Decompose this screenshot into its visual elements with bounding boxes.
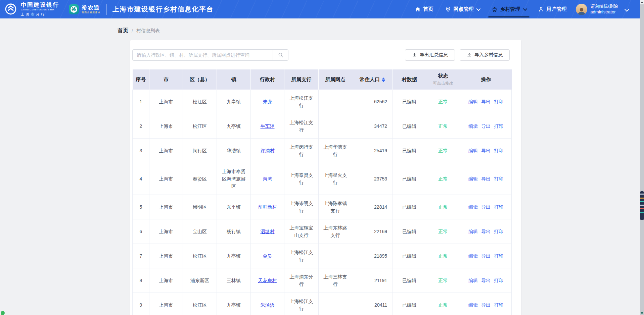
app-name: 裕农通	[82, 5, 100, 11]
village-link[interactable]: 海湾	[263, 176, 272, 181]
action-print-link[interactable]: 打印	[494, 253, 503, 259]
cell-branch: 上海松江支行	[284, 293, 319, 315]
export-summary-button[interactable]: 导出汇总信息	[405, 49, 455, 61]
cell-village: 许浦村	[251, 139, 284, 163]
status-badge[interactable]: 正常	[426, 90, 460, 114]
cell-city: 上海市	[149, 195, 183, 219]
action-export-link[interactable]: 导出	[481, 99, 491, 104]
cell-index: 9	[133, 293, 149, 315]
status-badge[interactable]: 正常	[426, 244, 460, 268]
status-badge[interactable]: 正常	[426, 268, 460, 293]
status-badge[interactable]: 正常	[426, 139, 460, 163]
action-edit-link[interactable]: 编辑	[468, 123, 478, 129]
brand-divider	[64, 4, 64, 14]
action-print-link[interactable]: 打印	[494, 148, 503, 153]
village-link[interactable]: 泗塘村	[261, 229, 275, 234]
action-print-link[interactable]: 打印	[494, 302, 503, 308]
col-outlet: 所属网点	[319, 69, 352, 90]
user-name: administrator	[590, 9, 618, 15]
cell-branch: 上海奉贤支行	[284, 163, 319, 195]
action-export-link[interactable]: 导出	[481, 123, 491, 129]
search-button[interactable]	[273, 50, 288, 60]
app-subtitle: 普惠金融服务点	[82, 11, 100, 14]
import-village-button[interactable]: 导入乡村信息	[460, 49, 510, 61]
village-link[interactable]: 前哨新村	[258, 204, 277, 210]
scrollbar-minimap-thumb[interactable]	[640, 191, 644, 220]
toolbar: 导出汇总信息 导入乡村信息	[132, 49, 510, 61]
breadcrumb-home-link[interactable]: 首页	[118, 27, 128, 34]
cell-population: 20411	[352, 293, 393, 315]
cell-village_data: 已编辑	[393, 163, 426, 195]
breadcrumb-current: 村信息列表	[136, 28, 160, 34]
table-body: 1上海市松江区九亭镇朱龙上海松江支行62562已编辑正常编辑导出打印2上海市松江…	[133, 90, 512, 315]
action-print-link[interactable]: 打印	[494, 229, 503, 234]
cell-index: 1	[133, 90, 149, 114]
status-badge[interactable]: 正常	[426, 219, 460, 244]
cell-district: 松江区	[183, 90, 217, 114]
col-village: 行政村	[251, 69, 284, 90]
action-print-link[interactable]: 打印	[494, 176, 503, 181]
cell-village_data: 已编辑	[393, 139, 426, 163]
scroll-up-arrow-icon[interactable]	[640, 0, 644, 4]
action-edit-link[interactable]: 编辑	[468, 204, 478, 210]
cell-village_data: 已编辑	[393, 219, 426, 244]
action-edit-link[interactable]: 编辑	[468, 148, 478, 153]
search-input[interactable]	[133, 50, 273, 60]
action-edit-link[interactable]: 编辑	[468, 99, 478, 104]
status-badge[interactable]: 正常	[426, 293, 460, 315]
collapse-chevron-icon[interactable]	[625, 7, 629, 11]
action-export-link[interactable]: 导出	[481, 176, 491, 181]
avatar[interactable]	[576, 4, 587, 15]
status-badge[interactable]: 正常	[426, 195, 460, 219]
action-edit-link[interactable]: 编辑	[468, 278, 478, 283]
village-link[interactable]: 朱泾浜	[261, 302, 275, 308]
cell-village: 海湾	[251, 163, 284, 195]
action-export-link[interactable]: 导出	[481, 229, 491, 234]
cell-branch: 上海松江支行	[284, 244, 319, 268]
nav-item-outlet-mgmt[interactable]: 网点管理	[439, 0, 486, 18]
action-export-link[interactable]: 导出	[481, 148, 491, 153]
action-edit-link[interactable]: 编辑	[468, 229, 478, 234]
nav-item-village-mgmt[interactable]: 乡村管理	[486, 0, 532, 18]
action-print-link[interactable]: 打印	[494, 278, 503, 283]
cell-outlet	[319, 114, 352, 139]
action-export-link[interactable]: 导出	[481, 278, 491, 283]
action-print-link[interactable]: 打印	[494, 99, 503, 104]
bank-name-cn: 中国建设银行	[21, 2, 59, 8]
cell-town: 九亭镇	[217, 244, 251, 268]
cell-village_data: 已编辑	[393, 293, 426, 315]
action-edit-link[interactable]: 编辑	[468, 302, 478, 308]
export-summary-label: 导出汇总信息	[420, 52, 448, 58]
user-box[interactable]: 请勿编辑/删除 administrator	[576, 4, 618, 15]
village-link[interactable]: 天花庵村	[258, 278, 277, 283]
cell-population: 21895	[352, 244, 393, 268]
action-edit-link[interactable]: 编辑	[468, 253, 478, 259]
action-edit-link[interactable]: 编辑	[468, 176, 478, 181]
table-row: 2上海市松江区九亭镇牛车泾上海松江支行34472已编辑正常编辑导出打印	[133, 114, 512, 139]
ccb-brand: 中国建设银行 China Construction Bank 上海市分行	[5, 2, 59, 16]
action-export-link[interactable]: 导出	[481, 302, 491, 308]
yunongtong-glyph: 裕	[71, 6, 77, 13]
sort-carets-icon[interactable]	[382, 77, 385, 82]
table-row: 6上海市宝山区杨行镇泗塘村上海宝钢宝山支行上海东林路支行22169已编辑正常编辑…	[133, 219, 512, 244]
cell-outlet: 上海东林路支行	[319, 219, 352, 244]
village-link[interactable]: 许浦村	[261, 148, 275, 153]
action-print-link[interactable]: 打印	[494, 204, 503, 210]
village-link[interactable]: 朱龙	[263, 99, 272, 104]
bank-name-en: China Construction Bank	[21, 8, 59, 12]
action-print-link[interactable]: 打印	[494, 123, 503, 129]
village-link[interactable]: 金昊	[263, 253, 272, 259]
village-link[interactable]: 牛车泾	[261, 123, 275, 129]
action-export-link[interactable]: 导出	[481, 204, 491, 210]
nav-item-home[interactable]: 首页	[409, 0, 439, 18]
status-badge[interactable]: 正常	[426, 163, 460, 195]
scroll-down-arrow-icon[interactable]	[641, 312, 643, 314]
nav-item-user-mgmt[interactable]: 用户管理	[532, 0, 572, 18]
col-population-sortable[interactable]: 常住人口	[352, 69, 393, 90]
vertical-scrollbar[interactable]	[640, 0, 644, 315]
cell-village_data: 已编辑	[393, 114, 426, 139]
action-export-link[interactable]: 导出	[481, 253, 491, 259]
status-badge[interactable]: 正常	[426, 114, 460, 139]
cell-branch: 上海松江支行	[284, 114, 319, 139]
cell-town: 上海市奉贤区海湾旅游区	[217, 163, 251, 195]
